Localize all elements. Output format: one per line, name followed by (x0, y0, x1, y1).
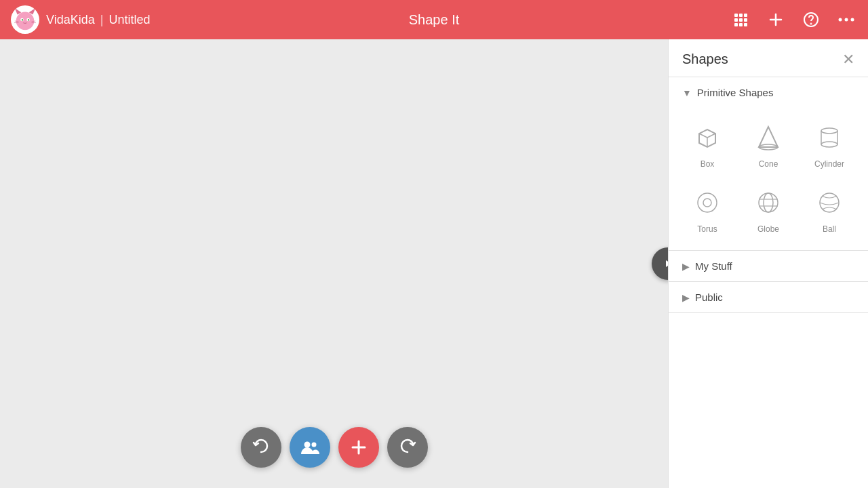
primitive-shapes-header[interactable]: ▼ Primitive Shapes (669, 77, 868, 108)
canvas-area[interactable] (0, 39, 668, 488)
shapes-panel: Shapes ✕ ▼ Primitive Shapes Box (668, 39, 868, 488)
svg-rect-16 (744, 14, 747, 17)
my-stuff-section: ▶ My Stuff (669, 251, 868, 282)
ball-label: Ball (823, 224, 836, 234)
svg-point-31 (304, 442, 310, 448)
svg-point-29 (851, 18, 854, 22)
shape-cone[interactable]: Cone (741, 115, 796, 174)
svg-point-27 (839, 18, 842, 22)
shape-cylinder[interactable]: Cylinder (802, 115, 857, 174)
public-label: Public (695, 291, 723, 303)
torus-label: Torus (697, 224, 717, 234)
primitive-shapes-section: ▼ Primitive Shapes Box (669, 77, 868, 251)
torus-icon (690, 185, 725, 220)
people-button[interactable] (290, 427, 330, 468)
box-label: Box (701, 159, 715, 169)
svg-line-36 (699, 134, 707, 138)
svg-rect-20 (734, 23, 738, 26)
my-stuff-arrow: ▶ (682, 261, 690, 272)
svg-point-28 (845, 18, 848, 22)
svg-point-8 (28, 20, 29, 20)
svg-rect-14 (734, 14, 738, 17)
svg-point-47 (759, 193, 778, 212)
ball-icon (812, 185, 847, 220)
shape-box[interactable]: Box (679, 115, 735, 174)
my-stuff-label: My Stuff (695, 260, 732, 272)
close-panel-button[interactable]: ✕ (842, 52, 854, 67)
public-header[interactable]: ▶ Public (669, 282, 868, 312)
avatar (11, 5, 39, 34)
svg-point-32 (311, 443, 316, 447)
header-separator: | (100, 13, 104, 27)
svg-rect-21 (739, 23, 743, 26)
svg-rect-22 (744, 23, 747, 26)
svg-point-7 (22, 20, 23, 20)
add-icon[interactable] (765, 9, 787, 30)
svg-point-41 (821, 128, 837, 134)
svg-rect-15 (739, 14, 743, 17)
public-arrow: ▶ (682, 292, 690, 303)
add-shape-button[interactable] (338, 427, 379, 468)
shape-globe[interactable]: Globe (741, 180, 796, 239)
box-icon (690, 120, 725, 155)
svg-point-44 (821, 142, 837, 147)
panel-title: Shapes (682, 52, 728, 67)
primitive-shapes-grid: Box Cone (669, 108, 868, 250)
header: VidaKida | Untitled Shape It (0, 0, 868, 39)
header-right (730, 9, 857, 30)
svg-rect-19 (744, 18, 747, 22)
svg-rect-17 (734, 18, 738, 22)
my-stuff-header[interactable]: ▶ My Stuff (669, 251, 868, 281)
primitive-arrow: ▼ (682, 87, 692, 98)
help-icon[interactable] (800, 9, 822, 30)
svg-point-46 (703, 199, 711, 207)
cone-label: Cone (759, 159, 778, 169)
shape-torus[interactable]: Torus (679, 180, 735, 239)
more-icon[interactable] (835, 9, 857, 30)
svg-point-45 (698, 193, 717, 212)
bottom-toolbar (241, 427, 428, 468)
svg-rect-18 (739, 18, 743, 22)
cone-icon (751, 120, 786, 155)
svg-line-37 (707, 134, 715, 138)
cylinder-label: Cylinder (814, 159, 844, 169)
svg-point-0 (16, 12, 35, 30)
svg-point-48 (764, 193, 773, 212)
panel-header: Shapes ✕ (669, 39, 868, 77)
primitive-label: Primitive Shapes (697, 87, 774, 98)
cylinder-icon (812, 120, 847, 155)
app-name: VidaKida (46, 13, 95, 27)
globe-label: Globe (757, 224, 779, 234)
undo-button[interactable] (241, 427, 281, 468)
redo-button[interactable] (387, 427, 428, 468)
doc-title[interactable]: Untitled (108, 13, 150, 27)
app-title: Shape It (409, 12, 460, 28)
grid-icon[interactable] (730, 9, 751, 30)
globe-icon (751, 185, 786, 220)
shape-ball[interactable]: Ball (802, 180, 857, 239)
public-section: ▶ Public (669, 282, 868, 313)
svg-point-26 (811, 24, 812, 24)
